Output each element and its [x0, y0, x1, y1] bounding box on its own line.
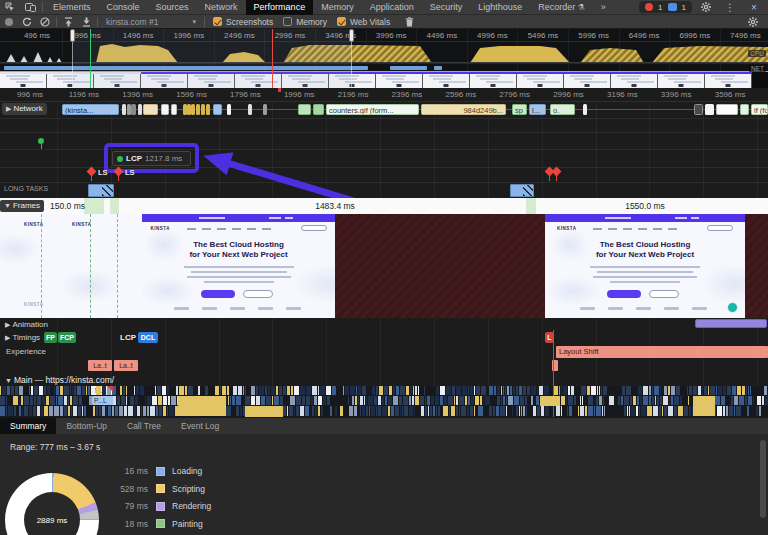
network-request-bar[interactable]: [716, 104, 738, 115]
network-request-bar[interactable]: [583, 104, 587, 115]
layout-shift-marker[interactable]: [115, 168, 122, 175]
network-request-bar[interactable]: [161, 104, 169, 115]
layout-shift-chip[interactable]: La..t: [88, 360, 112, 371]
long-task-bar[interactable]: [88, 184, 114, 197]
network-request-bar[interactable]: [138, 104, 142, 115]
animation-track-label[interactable]: ▶Animation: [5, 320, 48, 329]
timeline-detail[interactable]: 996 ms1196 ms1396 ms1596 ms1796 ms1996 m…: [0, 88, 768, 418]
error-issue-badges[interactable]: 1 1: [639, 1, 692, 13]
network-request-bar[interactable]: [694, 104, 703, 115]
summary-scrollbar[interactable]: [760, 440, 766, 518]
drawer-tab-call-tree[interactable]: Call Tree: [117, 418, 171, 434]
network-request-bar[interactable]: [196, 104, 200, 115]
layout-shift-marker[interactable]: [553, 168, 560, 175]
network-request-bar[interactable]: [705, 104, 714, 115]
more-tabs-icon[interactable]: »: [593, 0, 614, 15]
network-request-bar[interactable]: [206, 104, 210, 115]
timings-track-label[interactable]: ▶Timings: [5, 333, 40, 342]
network-request-bar[interactable]: [122, 104, 126, 115]
tab-lighthouse[interactable]: Lighthouse: [470, 0, 530, 15]
screenshot-frame[interactable]: KINSTAThe Best Cloud Hostingfor Your Nex…: [142, 214, 335, 318]
film-thumbnail[interactable]: [517, 72, 564, 88]
network-request-bar[interactable]: o.: [550, 104, 575, 115]
tab-application[interactable]: Application: [362, 0, 422, 15]
tab-elements[interactable]: Elements: [45, 0, 99, 15]
screenshot-frame[interactable]: KINSTAThe Best Cloud Hostingfor Your Nex…: [545, 214, 745, 318]
timing-chip-fcp[interactable]: FCP: [58, 332, 76, 343]
network-request-bar[interactable]: [248, 104, 252, 115]
tab-network[interactable]: Network: [197, 0, 246, 15]
film-thumbnail[interactable]: [0, 72, 47, 88]
screenshots-strip[interactable]: KINSTA KINSTA KINSTA KINSTAThe Best Clou…: [0, 214, 768, 318]
film-thumbnail[interactable]: [423, 72, 470, 88]
film-thumbnail[interactable]: [470, 72, 517, 88]
film-thumbnail[interactable]: [611, 72, 658, 88]
selection-handle-right[interactable]: [349, 29, 354, 42]
selection-handle-left[interactable]: [70, 29, 75, 42]
tab-performance[interactable]: Performance: [246, 0, 314, 15]
drawer-tab-bottom-up[interactable]: Bottom-Up: [56, 418, 117, 434]
capture-settings-gear-icon[interactable]: [744, 15, 762, 29]
tab-security[interactable]: Security: [422, 0, 471, 15]
selection-region[interactable]: [72, 29, 352, 88]
network-request-bar[interactable]: 984d249b...: [421, 104, 506, 115]
film-thumbnail[interactable]: [376, 72, 423, 88]
checkbox-screenshots[interactable]: Screenshots: [213, 17, 273, 27]
network-request-bar[interactable]: [171, 104, 177, 115]
frames-track-label[interactable]: ▼Frames: [0, 200, 44, 212]
network-request-bar[interactable]: (kinsta...: [62, 104, 119, 115]
tab-recorder[interactable]: Recorder ⚗: [530, 0, 592, 15]
network-request-bar[interactable]: [313, 104, 324, 115]
clear-icon[interactable]: [36, 15, 54, 29]
reload-record-icon[interactable]: [18, 15, 36, 29]
timing-chip-fp[interactable]: FP: [44, 332, 57, 343]
network-track-label[interactable]: ▶Network: [2, 103, 47, 115]
long-task-bar[interactable]: [510, 184, 534, 197]
menu-kebab-icon[interactable]: ⋮: [720, 0, 740, 15]
network-request-bar[interactable]: sp: [512, 104, 527, 115]
checkbox-web-vitals[interactable]: Web Vitals: [337, 17, 390, 27]
inspect-icon[interactable]: [0, 0, 20, 15]
network-request-bar[interactable]: if (form...: [751, 104, 768, 115]
network-request-bar[interactable]: [740, 104, 749, 115]
drawer-tab-event-log[interactable]: Event Log: [171, 418, 229, 434]
timing-chip-dcl[interactable]: DCL: [138, 332, 158, 343]
timeline-overview[interactable]: 496 ms996 ms1496 ms1996 ms2496 ms2996 ms…: [0, 29, 768, 88]
trash-icon[interactable]: [400, 15, 418, 29]
main-flame-chart[interactable]: T...k P...L: [0, 386, 768, 417]
settings-gear-icon[interactable]: [696, 0, 716, 15]
film-thumbnail[interactable]: [658, 72, 705, 88]
network-request-bar[interactable]: counters.gif (form...: [326, 104, 419, 115]
film-thumbnail[interactable]: [564, 72, 611, 88]
tab-sources[interactable]: Sources: [148, 0, 197, 15]
profile-select[interactable]: kinsta.com #1 ▾: [100, 17, 202, 27]
record-icon[interactable]: [0, 15, 18, 29]
tab-memory[interactable]: Memory: [313, 0, 362, 15]
network-request-bar[interactable]: [263, 104, 267, 115]
screenshot-frame[interactable]: KINSTA KINSTA KINSTA: [0, 214, 142, 318]
tab-console[interactable]: Console: [99, 0, 148, 15]
frames-track[interactable]: ▼Frames 150.0 ms1483.4 ms1550.0 ms: [0, 198, 768, 214]
experience-track-label[interactable]: Experience: [6, 347, 46, 356]
drawer-tab-summary[interactable]: Summary: [0, 418, 56, 434]
save-profile-icon[interactable]: [77, 15, 95, 29]
flame-chip-parse[interactable]: P...L: [92, 396, 113, 405]
network-request-bar[interactable]: [191, 104, 195, 115]
layout-shift-marker[interactable]: [88, 168, 95, 175]
network-request-bar[interactable]: [213, 104, 222, 115]
load-profile-icon[interactable]: [59, 15, 77, 29]
timing-label-lcp[interactable]: LCP: [120, 333, 136, 342]
animation-bar[interactable]: [695, 319, 767, 328]
device-toolbar-icon[interactable]: [20, 0, 40, 15]
film-thumbnail[interactable]: [705, 72, 752, 88]
network-request-bar[interactable]: l...: [529, 104, 546, 115]
checkbox-memory[interactable]: Memory: [283, 17, 327, 27]
network-request-bar[interactable]: [227, 104, 231, 115]
layout-shift-chip[interactable]: La..t: [114, 360, 138, 371]
layout-shift-bar[interactable]: Layout Shift: [556, 346, 768, 358]
main-track-label[interactable]: ▼Main — https://kinsta.com/: [5, 375, 114, 385]
network-request-bar[interactable]: [131, 104, 136, 115]
network-request-bar[interactable]: [143, 104, 158, 115]
close-icon[interactable]: ×: [744, 0, 764, 15]
network-request-bar[interactable]: [298, 104, 311, 115]
